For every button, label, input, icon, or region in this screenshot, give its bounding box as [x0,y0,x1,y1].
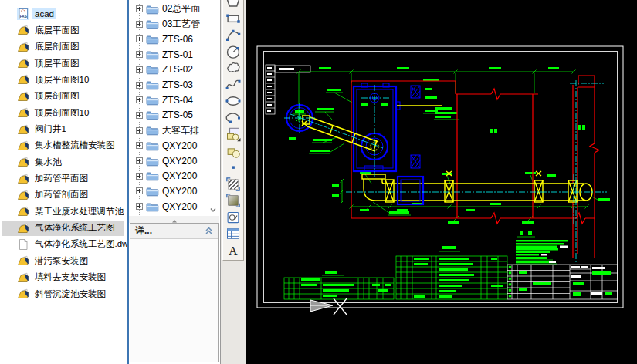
toolbar-tool-spline[interactable] [225,77,241,93]
dwg-file-icon [17,156,29,168]
folder-name-label: QXY200 [162,201,205,212]
collapse-chevron-icon[interactable] [205,227,213,235]
dwg-file-icon [17,254,29,267]
dwg-file-icon [17,73,29,86]
expand-plus-icon[interactable] [136,51,143,58]
expand-plus-icon[interactable] [136,157,143,164]
file-list-item[interactable]: 顶层剖面图 [2,89,82,104]
scroll-down-icon[interactable] [208,204,218,213]
toolbar-tool-arc[interactable] [225,27,241,42]
folder-name-label: QXY200 [162,186,205,197]
file-list-item[interactable]: 底层剖面图 [2,39,82,55]
expand-plus-icon[interactable] [136,96,143,103]
file-name-label: 潜污泵安装图 [32,254,90,268]
expand-plus-icon[interactable] [136,5,143,12]
folder-icon [146,186,159,197]
expand-plus-icon[interactable] [136,203,143,210]
folder-icon [146,110,159,120]
file-list-item[interactable]: 气体净化系统工艺图 [2,221,124,236]
tree-item[interactable]: ZTS-01 [129,47,205,62]
folder-icon [146,156,159,167]
toolbar-tool-table[interactable] [225,226,241,241]
dwg-file-icon [17,140,29,152]
toolbar-tool-ellipse[interactable] [225,93,241,109]
tree-item[interactable]: 大客车排 [129,123,205,138]
expand-plus-icon[interactable] [136,66,143,73]
tree-item[interactable]: ZTS-06 [129,32,205,46]
file-list-item[interactable]: 顶层剖面图10 [2,105,91,120]
toolbar-tool-revision-cloud[interactable] [225,60,241,76]
file-list-item[interactable]: 顶层平面图10 [2,72,91,87]
file-list-item[interactable]: 潜污泵安装图 [2,253,90,268]
splitter-handle[interactable] [129,216,219,223]
toolbar-tool-point[interactable] [225,160,241,175]
folder-name-label: QXY200 [162,140,205,151]
toolbar-tool-insert-block[interactable] [225,126,241,142]
file-list-item[interactable]: 阀门井1 [2,122,69,137]
tree-item[interactable]: 02总平面 [129,2,205,16]
file-name-label: 斜管沉淀池安装图 [32,288,108,301]
expand-plus-icon[interactable] [136,112,143,119]
equipment-blower-room [354,83,420,171]
tree-item[interactable]: QXY200 [129,199,205,214]
file-name-label: 底层剖面图 [32,40,82,53]
folder-name-label: ZTS-04 [162,95,205,106]
fas-file-icon: FAS [17,8,29,20]
dwg-file-icon [17,24,29,36]
toolbar-tool-polygon[interactable] [225,0,241,9]
file-list-item[interactable]: FASacad [2,6,56,22]
expand-plus-icon[interactable] [136,21,143,28]
file-list-item[interactable]: 填料去支架安装图 [2,270,108,285]
tree-item[interactable]: QXY200 [129,184,205,198]
details-panel: 详... [130,223,219,362]
toolbar-tool-multiline-text[interactable]: A [225,243,241,258]
svg-text:A: A [229,244,238,258]
dwg-file-icon [17,189,29,201]
toolbar-tool-ellipse-arc[interactable] [225,110,241,126]
bom-table [284,246,507,299]
toolbar-tool-circle[interactable] [225,44,241,59]
title-block [507,257,618,299]
file-name-label: 某工业废水处理调节池 [32,205,126,218]
file-name-label: 顶层平面图10 [32,73,91,86]
tree-item[interactable]: ZTS-04 [129,93,205,107]
toolbar-tool-region[interactable] [225,210,241,225]
toolbar-tool-gradient[interactable] [225,193,241,208]
dwg-file-icon [17,90,29,103]
expand-plus-icon[interactable] [136,35,143,42]
file-list-item[interactable]: 某工业废水处理调节池 [2,204,126,219]
toolbar-tool-make-block[interactable] [225,143,241,159]
expand-plus-icon[interactable] [136,127,143,134]
folder-name-label: ZTS-03 [162,79,205,90]
file-list-panel[interactable]: FASacad底层平面图底层剖面图顶层平面图顶层平面图10顶层剖面图顶层剖面图1… [0,0,127,364]
drawing-canvas[interactable] [246,0,637,364]
tree-item[interactable]: 03工艺管 [129,17,205,32]
toolbar-tool-rectangle[interactable] [225,11,241,26]
draw-toolbar[interactable]: A [222,0,244,261]
file-list-item[interactable]: 气体净化系统工艺图.dwl [2,237,127,252]
file-list-item[interactable]: 顶层平面图 [2,56,82,71]
tree-item[interactable]: QXY200 [129,153,205,168]
toolbar-dock: A [221,0,246,364]
tree-item[interactable]: ZTS-03 [129,78,205,93]
tree-item[interactable]: QXY200 [129,138,205,153]
dwg-file-icon [17,288,29,300]
file-list-item[interactable]: 集水槽整流槽安装图 [2,138,117,153]
hatched-window [411,155,420,168]
tree-item[interactable]: ZTS-02 [129,62,205,77]
file-list-item[interactable]: 底层平面图 [2,22,82,38]
expand-plus-icon[interactable] [136,173,143,180]
expand-plus-icon[interactable] [136,142,143,149]
file-list-item[interactable]: 斜管沉淀池安装图 [2,286,108,302]
expand-plus-icon[interactable] [136,187,143,194]
tree-item[interactable]: ZTS-05 [129,108,205,123]
file-list-item[interactable]: 加药管平面图 [2,171,90,187]
expand-plus-icon[interactable] [136,82,143,89]
tree-item[interactable]: QXY200 [129,169,205,184]
file-list-item[interactable]: 加药管剖面图 [2,187,90,203]
toolbar-tool-hatch[interactable] [225,177,241,192]
folder-name-label: 03工艺管 [162,18,205,31]
ucs-icon [310,298,347,315]
file-name-label: 底层平面图 [32,24,82,37]
file-list-item[interactable]: 集水池 [2,154,64,170]
